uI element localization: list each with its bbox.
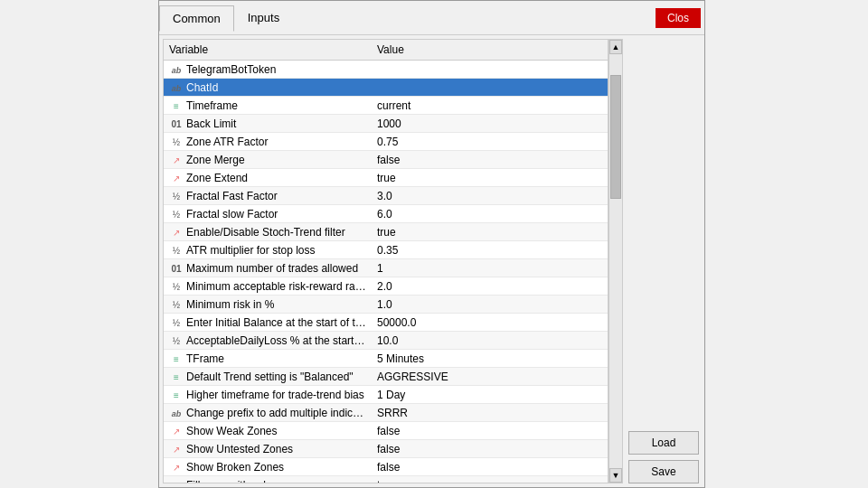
scrollbar[interactable]: ▲ ▼ xyxy=(609,39,623,483)
content-area: Variable Value abTelegramBotTokenabChatI… xyxy=(159,35,704,487)
load-button[interactable]: Load xyxy=(628,431,699,455)
variable-cell: ≡TFrame xyxy=(164,350,372,368)
table-row[interactable]: abChange prefix to add multiple indicato… xyxy=(164,404,608,422)
variable-cell: ½Enter Initial Balance at the start of t… xyxy=(164,314,372,332)
value-cell: 50000.0 xyxy=(372,314,608,332)
variable-cell: ↗Zone Extend xyxy=(164,169,372,187)
variable-cell: ½Fractal slow Factor xyxy=(164,205,372,223)
value-cell: false xyxy=(372,151,608,169)
variable-cell: abChange prefix to add multiple indicato… xyxy=(164,404,372,422)
table-row[interactable]: ½Fractal Fast Factor3.0 xyxy=(164,187,608,205)
variable-cell: ↗Show Untested Zones xyxy=(164,440,372,458)
variable-cell: ↗Show Weak Zones xyxy=(164,422,372,440)
table-row[interactable]: 01Back Limit1000 xyxy=(164,115,608,133)
table-row[interactable]: ↗Show Weak Zonesfalse xyxy=(164,422,608,440)
variable-cell: ≡Timeframe xyxy=(164,97,372,115)
value-cell: 1 xyxy=(372,259,608,277)
value-cell: SRRR xyxy=(372,404,608,422)
variable-cell: ½Fractal Fast Factor xyxy=(164,187,372,205)
table-row[interactable]: ↗Zone Extendtrue xyxy=(164,169,608,187)
variable-cell: ½ATR multiplier for stop loss xyxy=(164,241,372,259)
variable-cell: ½Zone ATR Factor xyxy=(164,133,372,151)
value-cell: 5 Minutes xyxy=(372,350,608,368)
table-row[interactable]: 01Maximum number of trades allowed1 xyxy=(164,259,608,277)
value-cell: false xyxy=(372,440,608,458)
table-row[interactable]: abTelegramBotToken xyxy=(164,61,608,79)
variable-cell: ½AcceptableDailyLoss % at the start of t… xyxy=(164,332,372,350)
tab-inputs[interactable]: Inputs xyxy=(234,5,293,31)
table-container[interactable]: Variable Value abTelegramBotTokenabChatI… xyxy=(163,39,609,483)
variables-table: Variable Value abTelegramBotTokenabChatI… xyxy=(164,40,608,483)
variable-cell: ≡Default Trend setting is "Balanced" xyxy=(164,368,372,386)
col-header-variable: Variable xyxy=(164,40,372,61)
title-bar: Common Inputs Clos xyxy=(159,1,704,35)
variable-cell: abTelegramBotToken xyxy=(164,61,372,79)
table-row[interactable]: ½AcceptableDailyLoss % at the start of t… xyxy=(164,332,608,350)
table-row[interactable]: ≡TFrame5 Minutes xyxy=(164,350,608,368)
table-row[interactable]: abChatId xyxy=(164,79,608,97)
value-cell: 6.0 xyxy=(372,205,608,223)
value-cell: 0.75 xyxy=(372,133,608,151)
scroll-track[interactable] xyxy=(609,54,622,468)
close-button[interactable]: Clos xyxy=(656,8,701,28)
table-row[interactable]: ½Minimum acceptable risk-reward ratio2.0 xyxy=(164,277,608,296)
variable-cell: ≡Higher timeframe for trade-trend bias xyxy=(164,386,372,404)
value-cell: 10.0 xyxy=(372,332,608,350)
dialog: Common Inputs Clos Variable Value abTele… xyxy=(158,0,705,488)
value-cell: current xyxy=(372,97,608,115)
value-cell xyxy=(372,79,608,97)
table-row[interactable]: ½ATR multiplier for stop loss0.35 xyxy=(164,241,608,259)
variable-cell: ↗Show Broken Zones xyxy=(164,458,372,476)
variable-cell: ↗Zone Merge xyxy=(164,151,372,169)
table-row[interactable]: ½Fractal slow Factor6.0 xyxy=(164,205,608,223)
table-row[interactable]: ½Minimum risk in %1.0 xyxy=(164,296,608,314)
table-row[interactable]: ↗Show Untested Zonesfalse xyxy=(164,440,608,458)
variable-cell: ↗Enable/Disable Stoch-Trend filter xyxy=(164,223,372,241)
table-row[interactable]: ≡Higher timeframe for trade-trend bias1 … xyxy=(164,386,608,404)
value-cell: true xyxy=(372,476,608,484)
value-cell: false xyxy=(372,458,608,476)
value-cell: 3.0 xyxy=(372,187,608,205)
variable-cell: 01Maximum number of trades allowed xyxy=(164,259,372,277)
table-row[interactable]: ≡Timeframecurrent xyxy=(164,97,608,115)
value-cell: AGGRESSIVE xyxy=(372,368,608,386)
scroll-up-btn[interactable]: ▲ xyxy=(609,40,622,54)
value-cell: true xyxy=(372,169,608,187)
value-cell: true xyxy=(372,223,608,241)
variable-cell: abChatId xyxy=(164,79,372,97)
value-cell: 1 Day xyxy=(372,386,608,404)
value-cell: 2.0 xyxy=(372,277,608,296)
scroll-down-btn[interactable]: ▼ xyxy=(609,468,622,483)
table-row[interactable]: ½Enter Initial Balance at the start of t… xyxy=(164,314,608,332)
value-cell: 1.0 xyxy=(372,296,608,314)
table-row[interactable]: ↗Fill zone with colortrue xyxy=(164,476,608,484)
variable-cell: ↗Fill zone with color xyxy=(164,476,372,484)
table-row[interactable]: ↗Zone Mergefalse xyxy=(164,151,608,169)
value-cell: 0.35 xyxy=(372,241,608,259)
table-row[interactable]: ↗Show Broken Zonesfalse xyxy=(164,458,608,476)
value-cell xyxy=(372,61,608,79)
tab-common[interactable]: Common xyxy=(159,5,234,32)
col-header-value: Value xyxy=(372,40,608,61)
value-cell: false xyxy=(372,422,608,440)
variable-cell: ½Minimum acceptable risk-reward ratio xyxy=(164,277,372,296)
variable-cell: ½Minimum risk in % xyxy=(164,296,372,314)
table-row[interactable]: ≡Default Trend setting is "Balanced"AGGR… xyxy=(164,368,608,386)
scroll-thumb[interactable] xyxy=(610,75,621,199)
table-row[interactable]: ½Zone ATR Factor0.75 xyxy=(164,133,608,151)
save-button[interactable]: Save xyxy=(628,460,699,483)
variable-cell: 01Back Limit xyxy=(164,115,372,133)
table-row[interactable]: ↗Enable/Disable Stoch-Trend filtertrue xyxy=(164,223,608,241)
button-panel: Load Save xyxy=(623,35,704,487)
value-cell: 1000 xyxy=(372,115,608,133)
